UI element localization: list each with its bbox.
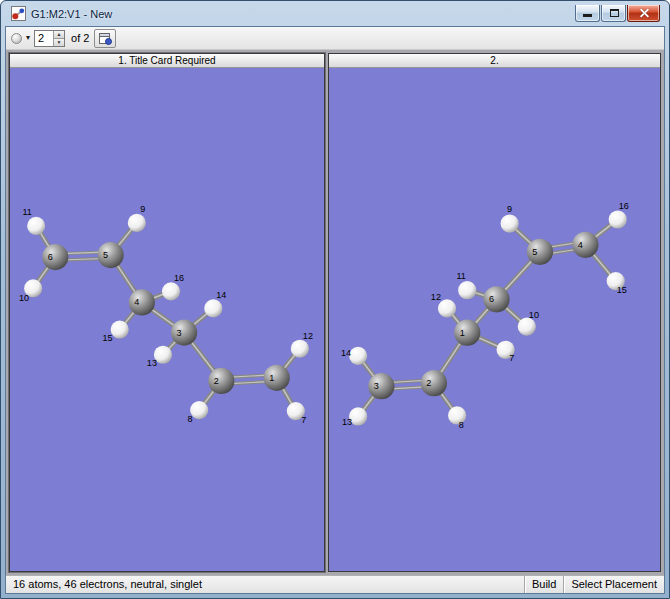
atom-label: 3	[177, 328, 182, 338]
atom-label: 8	[188, 414, 193, 424]
atom-H-15[interactable]	[111, 321, 129, 339]
atom-label: 6	[48, 252, 53, 262]
atom-label: 2	[426, 378, 431, 388]
atom-H-8[interactable]	[190, 401, 208, 419]
atom-label: 12	[431, 292, 441, 302]
frame-spinner-buttons: ▲ ▼	[53, 31, 64, 46]
atom-H-14[interactable]	[349, 347, 367, 365]
atom-label: 1	[460, 328, 465, 338]
atom-label: 12	[303, 331, 313, 341]
dropdown-arrow-icon[interactable]: ▾	[25, 34, 31, 42]
atom-C-4[interactable]	[572, 232, 598, 258]
status-mode: Build	[524, 576, 563, 593]
atom-label: 9	[140, 204, 145, 214]
atom-C-6[interactable]	[42, 244, 68, 270]
atom-label: 6	[489, 294, 494, 304]
close-icon	[638, 8, 649, 19]
atom-label: 5	[532, 247, 537, 257]
atom-H-12[interactable]	[291, 340, 309, 358]
panel-1-body: 65432111109161514138127	[10, 68, 324, 571]
atom-label: 4	[578, 240, 583, 250]
atom-label: 2	[214, 376, 219, 386]
atom-label: 10	[19, 293, 29, 303]
frame-total-label: 2	[83, 32, 89, 44]
spin-up-button[interactable]: ▲	[54, 31, 64, 39]
atom-H-9[interactable]	[501, 214, 519, 232]
atom-H-9[interactable]	[128, 214, 146, 232]
panel-2-title: 2.	[329, 54, 660, 68]
atom-label: 15	[103, 333, 113, 343]
status-molecule-info: 16 atoms, 46 electrons, neutral, singlet	[6, 576, 524, 593]
title-bar[interactable]: G1:M2:V1 - New	[5, 1, 665, 26]
panel-2-body: 54612391615111210714138	[329, 68, 660, 571]
atom-label: 3	[374, 381, 379, 391]
atom-C-3[interactable]	[368, 373, 394, 399]
panel-1-title: 1. Title Card Required	[10, 54, 324, 68]
atom-label: 14	[341, 348, 351, 358]
atom-H-16[interactable]	[609, 210, 627, 228]
maximize-icon	[610, 9, 619, 17]
atom-label: 16	[174, 273, 184, 283]
atom-C-2[interactable]	[208, 368, 234, 394]
atom-C-2[interactable]	[421, 370, 447, 396]
close-button[interactable]	[627, 5, 660, 22]
frame-number-input[interactable]	[35, 31, 53, 46]
atom-label: 14	[216, 290, 226, 300]
status-bar: 16 atoms, 46 electrons, neutral, singlet…	[6, 575, 664, 593]
atom-H-11[interactable]	[27, 217, 45, 235]
atom-label: 13	[342, 417, 352, 427]
atom-C-5[interactable]	[527, 239, 553, 265]
atom-C-1[interactable]	[264, 365, 290, 391]
app-window: G1:M2:V1 - New ▾ ▲ ▼ of 2	[0, 0, 670, 599]
status-placement: Select Placement	[563, 576, 664, 593]
maximize-button[interactable]	[601, 5, 626, 22]
atom-label: 11	[22, 207, 31, 217]
frame-spinner: ▲ ▼	[34, 30, 65, 47]
atom-H-14[interactable]	[204, 299, 222, 317]
minimize-icon	[583, 14, 592, 17]
atom-C-3[interactable]	[171, 320, 197, 346]
minimize-button[interactable]	[575, 5, 600, 22]
atom-label: 15	[617, 285, 627, 295]
view-area: 1. Title Card Required 65432111109161514…	[6, 50, 664, 575]
atom-label: 7	[509, 353, 514, 363]
atom-label: 10	[529, 310, 539, 320]
atom-label: 4	[134, 297, 139, 307]
atom-label: 5	[103, 250, 108, 260]
atom-H-11[interactable]	[458, 281, 476, 299]
client-area: ▾ ▲ ▼ of 2 1. Title Card Requ	[5, 26, 665, 594]
frame-indicator-icon	[11, 33, 22, 44]
spin-down-button[interactable]: ▼	[54, 39, 64, 46]
molecule-panel-1[interactable]: 1. Title Card Required 65432111109161514…	[9, 53, 325, 572]
atom-C-5[interactable]	[98, 242, 124, 268]
atom-label: 11	[456, 271, 465, 281]
molgroup-table-icon	[99, 32, 112, 45]
of-label: of	[71, 32, 80, 44]
atom-label: 8	[459, 420, 464, 430]
app-icon	[11, 6, 26, 21]
atom-C-1[interactable]	[454, 320, 480, 346]
atom-label: 9	[507, 204, 512, 214]
atom-label: 16	[619, 201, 629, 211]
atom-C-6[interactable]	[483, 286, 509, 312]
window-title: G1:M2:V1 - New	[31, 8, 575, 20]
window-controls	[575, 5, 660, 22]
atom-C-4[interactable]	[129, 289, 155, 315]
atom-label: 13	[147, 358, 157, 368]
atom-label: 7	[301, 415, 306, 425]
atom-H-16[interactable]	[162, 282, 180, 300]
frame-toolbar: ▾ ▲ ▼ of 2	[6, 27, 664, 50]
molecule-panel-2[interactable]: 2. 54612391615111210714138	[328, 53, 661, 572]
molgroup-table-button[interactable]	[94, 29, 116, 48]
molecule-canvas-2[interactable]: 54612391615111210714138	[329, 68, 660, 571]
molecule-canvas-1[interactable]: 65432111109161514138127	[10, 68, 324, 571]
atom-label: 1	[269, 373, 274, 383]
